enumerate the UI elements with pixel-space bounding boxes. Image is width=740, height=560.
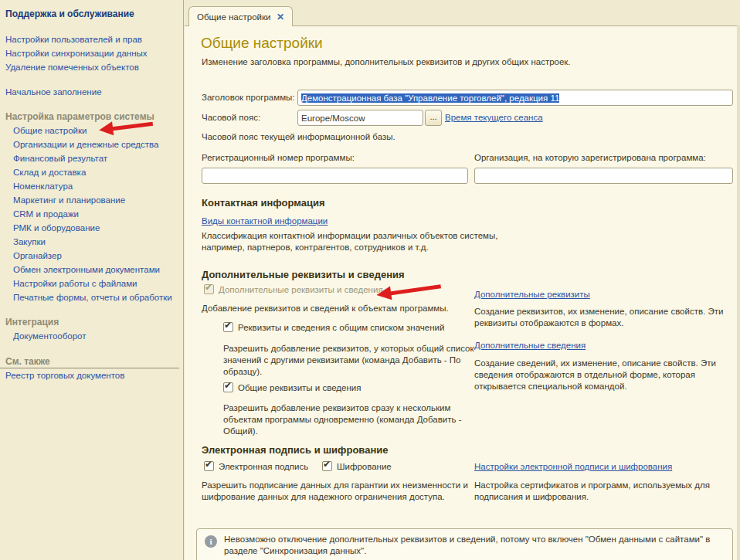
timezone-label: Часовой пояс:	[202, 113, 260, 122]
shared-checkbox-row: ✔ Общие реквизиты и сведения	[223, 382, 361, 392]
sidebar-item-purchases[interactable]: Закупки	[0, 235, 183, 249]
additional-attrs-hint: Создание реквизитов, их изменение, описа…	[474, 306, 733, 329]
timezone-input[interactable]: Europe/Moscow	[297, 110, 423, 126]
main-panel: Общие настройки Изменение заголовка прог…	[185, 25, 740, 560]
sidebar-header-support: Поддержка и обслуживание	[0, 7, 183, 21]
sidebar-item-crm-sales[interactable]: CRM и продажи	[0, 207, 183, 221]
additional-section-header: Дополнительные реквизиты и сведения	[202, 269, 405, 280]
sidebar-item-file-settings[interactable]: Настройки работы с файлами	[0, 277, 183, 290]
common-list-hint: Разрешить добавление реквизитов, у котор…	[223, 343, 486, 378]
annotation-arrow-additional-checkbox	[376, 281, 443, 300]
encrypt-checkbox[interactable]: ✔	[322, 461, 332, 471]
app-window: { "colors": { "background": "#f0ebd0", "…	[0, 0, 740, 560]
session-time-link[interactable]: Время текущего сеанса	[445, 113, 543, 122]
sidebar-item-warehouse[interactable]: Склад и доставка	[0, 165, 183, 179]
additional-main-checkbox-row: ✔ Дополнительные реквизиты и сведения	[204, 284, 383, 294]
check-icon: ✔	[323, 460, 331, 470]
contact-description: Классификация контактной информации разл…	[202, 230, 511, 253]
shared-checkbox-label: Общие реквизиты и сведения	[238, 383, 361, 392]
check-icon: ✔	[224, 321, 232, 331]
tab-general-settings[interactable]: Общие настройки ✕	[188, 6, 293, 26]
sign-checkbox[interactable]: ✔	[204, 461, 214, 471]
sidebar-header-see-also: См. также	[0, 355, 179, 368]
encrypt-checkbox-row: ✔ Шифрование	[322, 461, 392, 471]
check-icon: ✔	[224, 381, 232, 391]
close-icon[interactable]: ✕	[277, 12, 284, 22]
additional-main-hint: Добавление реквизитов и сведений к объек…	[202, 303, 449, 314]
notice-bar: i Невозможно отключение дополнительных р…	[196, 528, 733, 560]
shared-checkbox[interactable]: ✔	[223, 382, 233, 392]
signature-section-header: Электронная подпись и шифрование	[202, 444, 389, 456]
common-list-checkbox[interactable]: ✔	[223, 322, 233, 332]
reg-org-label: Организация, на которую зарегистрирована…	[474, 153, 706, 162]
sidebar-item-trade-docs-register[interactable]: Реестр торговых документов	[0, 368, 183, 382]
common-list-checkbox-row: ✔ Реквизиты и сведения с общим списком з…	[223, 322, 444, 332]
sign-checkbox-row: ✔ Электронная подпись	[204, 461, 308, 471]
check-icon: ✔	[205, 283, 212, 293]
reg-org-input[interactable]	[474, 168, 733, 184]
tab-label: Общие настройки	[197, 12, 277, 22]
notice-text: Невозможно отключение дополнительных рек…	[224, 534, 722, 557]
signature-settings-link[interactable]: Настройки электронной подписи и шифрован…	[474, 462, 672, 471]
sidebar-item-rmk-equipment[interactable]: РМК и оборудование	[0, 221, 183, 235]
program-title-input[interactable]: Демонстрационная база "Управление торгов…	[297, 90, 733, 106]
program-title-selected-text: Демонстрационная база "Управление торгов…	[301, 93, 559, 103]
contact-section-header: Контактная информация	[202, 197, 324, 209]
timezone-hint: Часовой пояс текущей информационной базы…	[202, 131, 395, 143]
program-title-label: Заголовок программы:	[202, 93, 295, 102]
page-subtitle: Изменение заголовка программы, дополните…	[202, 57, 571, 66]
additional-info-link[interactable]: Дополнительные сведения	[474, 341, 586, 350]
sidebar-item-edi[interactable]: Обмен электронными документами	[0, 263, 183, 277]
timezone-browse-button[interactable]: ...	[425, 110, 442, 126]
window-right-edge	[737, 25, 740, 560]
additional-attrs-link[interactable]: Дополнительные реквизиты	[474, 290, 590, 299]
shared-hint: Разрешить добавление реквизитов сразу к …	[223, 402, 486, 437]
additional-info-hint: Создание сведений, их изменение, описани…	[474, 358, 737, 392]
check-icon: ✔	[205, 460, 212, 470]
additional-main-checkbox[interactable]: ✔	[204, 284, 214, 294]
sidebar-item-marketing[interactable]: Маркетинг и планирование	[0, 193, 183, 207]
sidebar-item-docflow[interactable]: Документооборот	[0, 329, 183, 343]
signature-left-hint: Разрешить подписание данных для гарантии…	[202, 480, 476, 503]
sidebar-item-initial-fill[interactable]: Начальное заполнение	[0, 85, 183, 99]
sidebar-header-system-params: Настройка параметров системы	[0, 110, 183, 124]
additional-main-checkbox-label: Дополнительные реквизиты и сведения	[219, 285, 383, 294]
reg-number-label: Регистрационный номер программы:	[202, 153, 355, 162]
sidebar-item-print-forms[interactable]: Печатные формы, отчеты и обработки	[0, 290, 183, 304]
sidebar-item-delete-marked[interactable]: Удаление помеченных объектов	[0, 60, 183, 74]
sidebar-item-user-settings[interactable]: Настройки пользователей и прав	[0, 32, 183, 46]
sidebar-item-fin-result[interactable]: Финансовый результат	[0, 151, 183, 165]
signature-right-hint: Настройка сертификатов и программ, испол…	[474, 480, 737, 503]
sidebar-item-general-settings[interactable]: Общие настройки	[0, 124, 183, 137]
sidebar-item-sync-settings[interactable]: Настройки синхронизации данных	[0, 46, 183, 60]
contact-kinds-link[interactable]: Виды контактной информации	[202, 216, 328, 226]
timezone-value: Europe/Moscow	[301, 114, 365, 123]
common-list-checkbox-label: Реквизиты и сведения с общим списком зна…	[238, 323, 444, 332]
sidebar-item-organizer[interactable]: Органайзер	[0, 249, 183, 263]
page-title: Общие настройки	[201, 35, 323, 52]
sidebar-item-org-money[interactable]: Организации и денежные средства	[0, 137, 183, 151]
annotation-arrow-general-settings	[99, 117, 154, 136]
info-icon: i	[205, 535, 217, 548]
sidebar-item-nomenclature[interactable]: Номенклатура	[0, 179, 183, 193]
sign-checkbox-label: Электронная подпись	[219, 462, 308, 471]
navigation-sidebar: Поддержка и обслуживание Настройки польз…	[0, 0, 184, 560]
sidebar-header-integration: Интеграция	[0, 315, 183, 329]
reg-number-input[interactable]	[202, 168, 468, 184]
encrypt-checkbox-label: Шифрование	[337, 462, 392, 471]
